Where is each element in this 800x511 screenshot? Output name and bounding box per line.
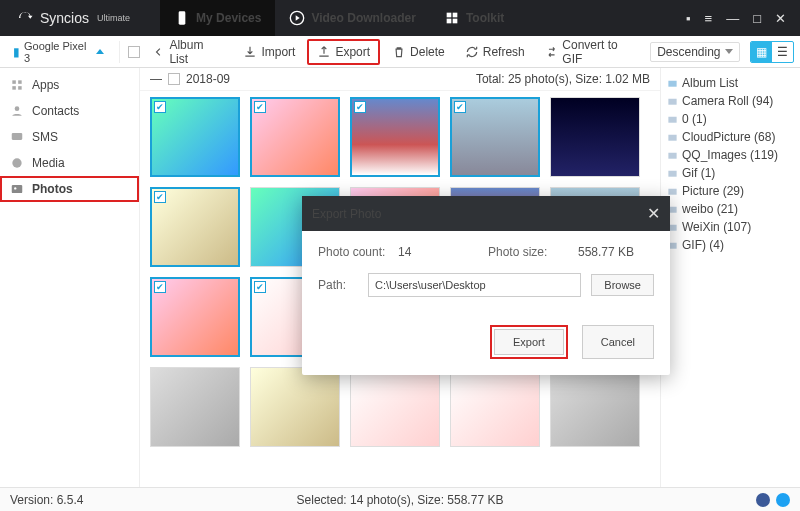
photo-thumb[interactable]: ✔ [350, 97, 440, 177]
album-item[interactable]: 0 (1) [665, 110, 796, 128]
svg-rect-15 [668, 80, 676, 86]
folder-icon [667, 186, 678, 197]
twitter-icon[interactable] [776, 493, 790, 507]
album-item[interactable]: GIF) (4) [665, 236, 796, 254]
folder-icon [667, 168, 678, 179]
tab-video-downloader[interactable]: Video Downloader [275, 0, 429, 36]
import-icon [243, 45, 257, 59]
list-view-button[interactable]: ☰ [772, 42, 793, 62]
feedback-icon[interactable]: ▪ [686, 11, 691, 26]
album-item[interactable]: Album List [665, 74, 796, 92]
menu-icon[interactable]: ≡ [705, 11, 713, 26]
maximize-icon[interactable]: □ [753, 11, 761, 26]
folder-icon [667, 150, 678, 161]
album-item[interactable]: Picture (29) [665, 182, 796, 200]
sidebar-item-contacts[interactable]: Contacts [0, 98, 139, 124]
photo-thumb[interactable] [450, 367, 540, 447]
photo-count-value: 14 [398, 245, 488, 259]
close-icon[interactable]: ✕ [775, 11, 786, 26]
btn-label: Import [261, 45, 295, 59]
photo-thumb[interactable]: ✔ [450, 97, 540, 177]
album-list-button[interactable]: Album List [144, 39, 231, 65]
cancel-button[interactable]: Cancel [582, 325, 654, 359]
photo-thumb[interactable] [250, 367, 340, 447]
photo-count-label: Photo count: [318, 245, 398, 259]
grid-view-button[interactable]: ▦ [751, 42, 772, 62]
svg-rect-18 [668, 134, 676, 140]
svg-rect-0 [179, 11, 186, 24]
album-item[interactable]: CloudPicture (68) [665, 128, 796, 146]
sort-dropdown[interactable]: Descending [650, 42, 739, 62]
album-item[interactable]: WeiXin (107) [665, 218, 796, 236]
svg-rect-20 [668, 170, 676, 176]
app-edition: Ultimate [97, 13, 130, 23]
select-all-checkbox[interactable] [128, 46, 140, 58]
photo-thumb[interactable]: ✔ [150, 187, 240, 267]
check-icon: ✔ [354, 101, 366, 113]
refresh-button[interactable]: Refresh [457, 39, 533, 65]
facebook-icon[interactable] [756, 493, 770, 507]
svg-rect-7 [18, 80, 22, 84]
album-item[interactable]: QQ_Images (119) [665, 146, 796, 164]
btn-label: Delete [410, 45, 445, 59]
minimize-icon[interactable]: — [726, 11, 739, 26]
photo-thumb[interactable]: ✔ [250, 97, 340, 177]
export-button[interactable]: Export [307, 39, 380, 65]
check-icon: ✔ [154, 281, 166, 293]
svg-rect-19 [668, 152, 676, 158]
contacts-icon [10, 104, 24, 118]
check-icon: ✔ [154, 191, 166, 203]
sidebar-item-media[interactable]: Media [0, 150, 139, 176]
top-tabs: My Devices Video Downloader Toolkit [160, 0, 518, 36]
photo-thumb[interactable] [550, 97, 640, 177]
photo-thumb[interactable]: ✔ [150, 277, 240, 357]
album-item[interactable]: weibo (21) [665, 200, 796, 218]
photo-thumb[interactable] [350, 367, 440, 447]
close-icon[interactable]: ✕ [647, 204, 660, 223]
album-total: Total: 25 photo(s), Size: 1.02 MB [476, 72, 650, 86]
svg-point-12 [12, 158, 21, 167]
apps-icon [10, 78, 24, 92]
toolbar: ▮ Google Pixel 3 Album List Import Expor… [0, 36, 800, 68]
device-selector[interactable]: ▮ Google Pixel 3 [6, 37, 111, 67]
device-name: Google Pixel 3 [24, 40, 92, 64]
tab-toolkit[interactable]: Toolkit [430, 0, 518, 36]
svg-rect-11 [12, 133, 23, 140]
album-date: 2018-09 [186, 72, 230, 86]
check-icon: ✔ [254, 281, 266, 293]
convert-gif-button[interactable]: Convert to GIF [537, 39, 646, 65]
btn-label: Export [335, 45, 370, 59]
chevron-down-icon [725, 49, 733, 54]
check-icon: ✔ [154, 101, 166, 113]
dialog-header: Export Photo ✕ [302, 196, 670, 231]
path-input[interactable] [368, 273, 581, 297]
delete-button[interactable]: Delete [384, 39, 453, 65]
sb-label: Apps [32, 78, 59, 92]
import-button[interactable]: Import [235, 39, 303, 65]
btn-label: Refresh [483, 45, 525, 59]
sidebar-item-apps[interactable]: Apps [0, 72, 139, 98]
photo-thumb[interactable] [150, 367, 240, 447]
export-confirm-button[interactable]: Export [494, 329, 564, 355]
path-label: Path: [318, 278, 368, 292]
status-bar: Version: 6.5.4 Selected: 14 photo(s), Si… [0, 487, 800, 511]
album-list-pane: Album List Camera Roll (94) 0 (1) CloudP… [660, 68, 800, 487]
folder-icon [667, 78, 678, 89]
tab-my-devices[interactable]: My Devices [160, 0, 275, 36]
play-icon [289, 10, 305, 26]
browse-button[interactable]: Browse [591, 274, 654, 296]
photo-thumb[interactable] [550, 367, 640, 447]
refresh-icon [465, 45, 479, 59]
app-logo: Syncios Ultimate [6, 9, 140, 27]
back-icon [152, 45, 165, 59]
album-item[interactable]: Camera Roll (94) [665, 92, 796, 110]
svg-rect-13 [12, 185, 23, 193]
svg-rect-9 [18, 86, 22, 90]
photo-size-value: 558.77 KB [578, 245, 634, 259]
sidebar-item-sms[interactable]: SMS [0, 124, 139, 150]
album-item[interactable]: Gif (1) [665, 164, 796, 182]
photo-thumb[interactable]: ✔ [150, 97, 240, 177]
album-checkbox[interactable] [168, 73, 180, 85]
folder-icon [667, 96, 678, 107]
sidebar-item-photos[interactable]: Photos [0, 176, 139, 202]
